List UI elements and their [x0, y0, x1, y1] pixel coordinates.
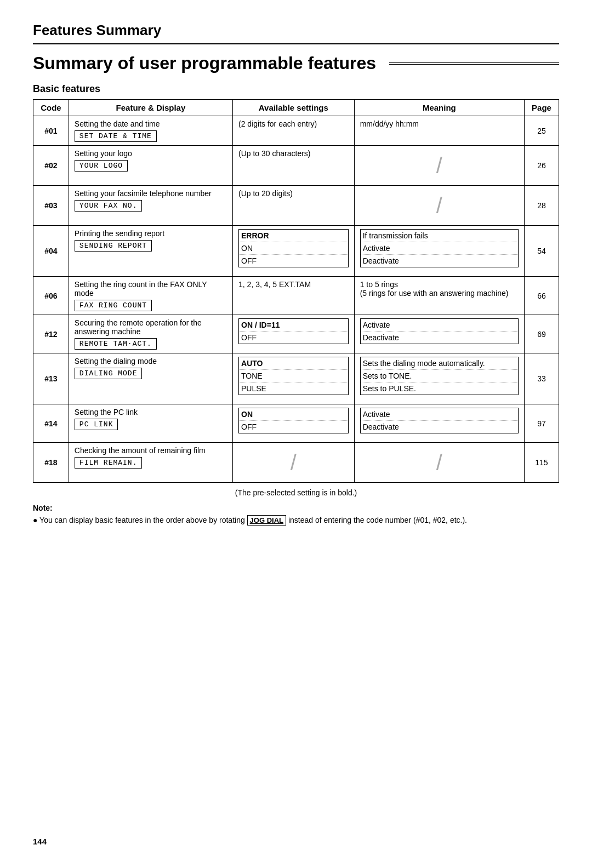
meaning-item: Deactivate [360, 332, 518, 344]
table-row: #01Setting the date and timeSET DATE & T… [33, 116, 559, 146]
cell-feature: Setting the date and timeSET DATE & TIME [69, 116, 232, 146]
feature-description: Setting your logo [75, 149, 132, 158]
setting-item: 1, 2, 3, 4, 5 EXT.TAM [238, 280, 311, 289]
note-text: ● You can display basic features in the … [33, 515, 559, 526]
feature-display-box: FILM REMAIN. [75, 457, 143, 469]
setting-item: OFF [239, 332, 349, 344]
cell-meaning: mm/dd/yy hh:mm [354, 116, 524, 146]
slash-indicator: / [238, 446, 349, 479]
col-header-settings: Available settings [233, 100, 355, 116]
feature-display-box: YOUR LOGO [75, 160, 128, 172]
section-title-line [389, 62, 559, 65]
cell-meaning: ActivateDeactivate [354, 315, 524, 353]
feature-description: Securing the remote operation for the an… [75, 318, 202, 336]
note-bullet-end: instead of entering the code number (#01… [286, 516, 467, 524]
col-header-page: Page [524, 100, 559, 116]
setting-item: ERROR [239, 230, 349, 242]
cell-code: #06 [33, 277, 69, 315]
cell-code: #01 [33, 116, 69, 146]
section-title: Summary of user programmable features [33, 53, 376, 73]
meaning-item: Sets to TONE. [360, 370, 518, 382]
col-header-feature: Feature & Display [69, 100, 232, 116]
feature-description: Setting the date and time [75, 119, 160, 128]
setting-item: (Up to 20 digits) [238, 189, 293, 198]
setting-item: (Up to 30 characters) [238, 149, 311, 158]
cell-feature: Setting the dialing modeDIALING MODE [69, 353, 232, 404]
feature-display-box: YOUR FAX NO. [75, 200, 143, 212]
setting-item: OFF [239, 255, 349, 267]
meaning-item: Sets to PULSE. [360, 382, 518, 395]
preselect-note: (The pre-selected setting is in bold.) [33, 488, 559, 497]
cell-settings: ON / ID=11OFF [233, 315, 355, 353]
jog-dial-label: JOG DIAL [247, 515, 286, 526]
note-bullet-text: You can display basic features in the or… [39, 516, 247, 524]
feature-description: Setting the ring count in the FAX ONLY m… [75, 280, 207, 298]
cell-meaning: ActivateDeactivate [354, 404, 524, 443]
meaning-item: Activate [360, 319, 518, 332]
setting-item: ON [239, 408, 349, 421]
cell-page: 69 [524, 315, 559, 353]
cell-settings: ONOFF [233, 404, 355, 443]
cell-feature: Setting the PC linkPC LINK [69, 404, 232, 443]
cell-meaning: / [354, 443, 524, 483]
cell-code: #14 [33, 404, 69, 443]
feature-description: Setting the PC link [75, 408, 138, 416]
cell-settings: (Up to 30 characters) [233, 146, 355, 186]
table-row: #18Checking the amount of remaining film… [33, 443, 559, 483]
cell-code: #12 [33, 315, 69, 353]
cell-code: #04 [33, 226, 69, 277]
cell-page: 25 [524, 116, 559, 146]
cell-code: #18 [33, 443, 69, 483]
note-bullet-icon: ● [33, 516, 37, 524]
table-row: #14Setting the PC linkPC LINKONOFFActiva… [33, 404, 559, 443]
cell-settings: / [233, 443, 355, 483]
feature-description: Printing the sending report [75, 229, 164, 238]
col-header-code: Code [33, 100, 69, 116]
cell-page: 97 [524, 404, 559, 443]
cell-feature: Setting your logoYOUR LOGO [69, 146, 232, 186]
features-table: Code Feature & Display Available setting… [33, 99, 559, 483]
cell-feature: Checking the amount of remaining filmFIL… [69, 443, 232, 483]
cell-page: 115 [524, 443, 559, 483]
table-row: #13Setting the dialing modeDIALING MODEA… [33, 353, 559, 404]
meaning-item: Sets the dialing mode automatically. [360, 357, 518, 370]
meaning-item: Deactivate [360, 255, 518, 267]
cell-meaning: If transmission failsActivateDeactivate [354, 226, 524, 277]
note-title: Note: [33, 504, 559, 512]
setting-item: OFF [239, 421, 349, 433]
cell-feature: Setting the ring count in the FAX ONLY m… [69, 277, 232, 315]
setting-item: PULSE [239, 382, 349, 395]
cell-meaning: 1 to 5 rings (5 rings for use with an an… [354, 277, 524, 315]
slash-indicator: / [360, 446, 519, 479]
cell-meaning: / [354, 146, 524, 186]
cell-meaning: Sets the dialing mode automatically.Sets… [354, 353, 524, 404]
meaning-item: 1 to 5 rings (5 rings for use with an an… [360, 280, 509, 298]
page-title: Features Summary [33, 22, 559, 39]
meaning-item: If transmission fails [360, 230, 518, 242]
cell-feature: Setting your facsimile telephone numberY… [69, 186, 232, 226]
table-row: #06Setting the ring count in the FAX ONL… [33, 277, 559, 315]
table-row: #12Securing the remote operation for the… [33, 315, 559, 353]
cell-page: 28 [524, 186, 559, 226]
table-row: #04Printing the sending reportSENDING RE… [33, 226, 559, 277]
meaning-item: mm/dd/yy hh:mm [360, 119, 419, 128]
feature-display-box: SET DATE & TIME [75, 130, 157, 142]
feature-description: Setting the dialing mode [75, 357, 157, 366]
col-header-meaning: Meaning [354, 100, 524, 116]
cell-code: #13 [33, 353, 69, 404]
feature-display-box: PC LINK [75, 419, 118, 430]
cell-page: 33 [524, 353, 559, 404]
subsection-title: Basic features [33, 83, 559, 95]
page-header: Features Summary [33, 22, 559, 44]
cell-feature: Securing the remote operation for the an… [69, 315, 232, 353]
cell-settings: (2 digits for each entry) [233, 116, 355, 146]
slash-indicator: / [360, 189, 519, 222]
page-number: 144 [33, 837, 47, 846]
setting-item: AUTO [239, 357, 349, 370]
feature-description: Setting your facsimile telephone number [75, 189, 212, 198]
cell-page: 26 [524, 146, 559, 186]
slash-indicator: / [360, 149, 519, 182]
cell-feature: Printing the sending reportSENDING REPOR… [69, 226, 232, 277]
meaning-item: Activate [360, 408, 518, 421]
cell-page: 66 [524, 277, 559, 315]
